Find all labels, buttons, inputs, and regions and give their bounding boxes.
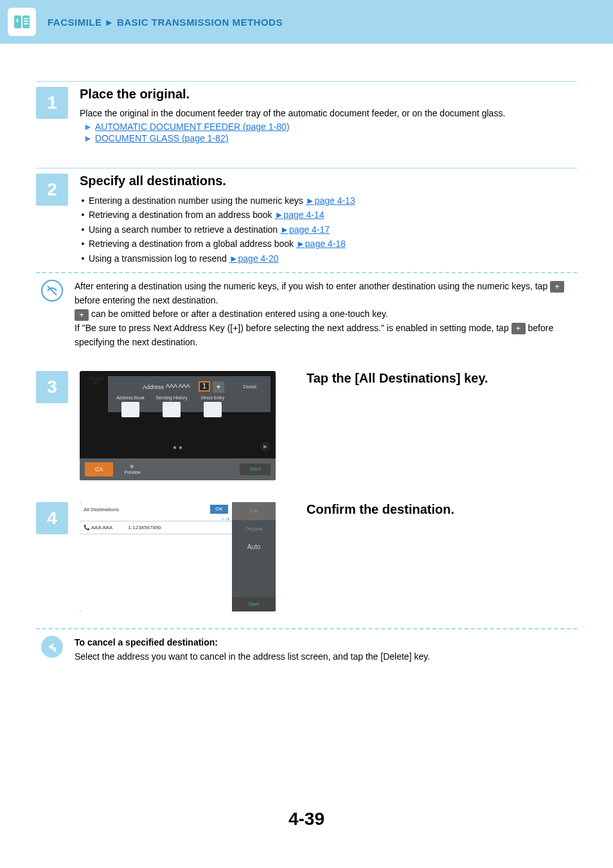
direct-entry-card[interactable]: Direct Entry	[194, 395, 231, 424]
detail-label[interactable]: Detail	[244, 384, 256, 390]
address-book-card[interactable]: Address Book	[112, 395, 149, 424]
divider	[36, 168, 577, 168]
plus-key-icon: +	[550, 281, 564, 293]
breadcrumb-a: FACSIMILE	[48, 17, 102, 28]
page-dots: ● ●	[80, 444, 276, 451]
step-3: 3 OriginalA4 Address AAA AAA 1 + Detail …	[36, 371, 577, 480]
step-2-number: 2	[36, 174, 68, 206]
ca-button[interactable]: CA	[232, 502, 276, 520]
step-1-title: Place the original.	[80, 87, 577, 102]
address-label: Address	[143, 384, 164, 390]
step-4: 4 All Destinations OK 1 ↕A͎ 📞 AAA AAA 1-…	[36, 502, 577, 611]
link-page-4-17[interactable]: ►page 4-17	[280, 224, 330, 235]
back-icon	[41, 636, 63, 658]
arrow-icon: ►	[84, 133, 93, 143]
link-document-glass[interactable]: DOCUMENT GLASS (page 1-82)	[95, 133, 228, 143]
destination-row[interactable]: 📞 AAA AAA 1-1234567890	[80, 521, 232, 534]
note-text: before entering the next destination.	[75, 295, 218, 305]
arrow-icon: ►	[84, 122, 93, 132]
breadcrumb-separator: ►	[102, 17, 117, 28]
step-1-body: Place the original in the document feede…	[80, 107, 577, 120]
dashed-divider	[36, 272, 577, 273]
ca-button[interactable]: CA	[85, 462, 113, 476]
divider	[36, 81, 577, 82]
step-2-item-text: Entering a destination number using the …	[89, 195, 306, 206]
note-block: After entering a destination using the n…	[36, 280, 577, 349]
step-3-screenshot: OriginalA4 Address AAA AAA 1 + Detail Ad…	[80, 371, 276, 480]
page-number: 4-39	[0, 809, 613, 829]
address-value: AAA AAA	[166, 383, 190, 389]
link-page-4-18[interactable]: ►page 4-18	[296, 239, 346, 249]
note-text: After entering a destination using the n…	[75, 281, 550, 291]
plus-button[interactable]: +	[213, 381, 224, 393]
dashed-divider	[36, 628, 577, 629]
step-2-item-text: Using a transmission log to resend	[89, 253, 229, 264]
svg-rect-3	[24, 21, 28, 22]
cancel-note-body: Select the address you want to cancel in…	[75, 650, 577, 664]
link-page-4-20[interactable]: ►page 4-20	[229, 253, 279, 264]
top-bar: FACSIMILE►BASIC TRANSMISSION METHODS	[0, 0, 613, 44]
info-icon	[41, 280, 63, 302]
note-text: can be omitted before or after a destina…	[91, 309, 388, 319]
step-2-item-text: Retrieving a destination from a global a…	[89, 239, 296, 249]
original-indicator: OriginalA4	[85, 376, 107, 385]
step-4-number: 4	[36, 502, 68, 534]
link-page-4-14[interactable]: ►page 4-14	[275, 210, 324, 220]
auto-button: Auto	[232, 538, 276, 556]
breadcrumb: FACSIMILE►BASIC TRANSMISSION METHODS	[48, 17, 283, 28]
step-2: 2 Specify all destinations. •Entering a …	[36, 174, 577, 266]
step-3-title: Tap the [All Destinations] key.	[287, 371, 577, 480]
original-dim-button: Original	[232, 520, 276, 538]
destination-count[interactable]: 1	[199, 381, 210, 392]
step-1-number: 1	[36, 87, 68, 119]
cancel-note: To cancel a specified destination: Selec…	[36, 636, 577, 664]
start-button[interactable]: Start	[240, 464, 271, 475]
link-auto-doc-feeder[interactable]: AUTOMATIC DOCUMENT FEEDER (page 1-80)	[95, 122, 290, 132]
all-destinations-header: All Destinations	[84, 507, 119, 512]
plus-key-icon: +	[75, 309, 89, 321]
note-text: If "Be sure to press Next Address Key ([…	[75, 323, 511, 333]
breadcrumb-b: BASIC TRANSMISSION METHODS	[117, 17, 283, 28]
plus-key-icon: +	[511, 323, 526, 334]
step-4-title: Confirm the destination.	[287, 502, 577, 611]
cancel-note-title: To cancel a specified destination:	[75, 636, 577, 650]
ok-button[interactable]: OK	[210, 505, 228, 514]
step-4-screenshot: All Destinations OK 1 ↕A͎ 📞 AAA AAA 1-12…	[80, 502, 276, 611]
link-page-4-13[interactable]: ►page 4-13	[306, 195, 355, 206]
svg-rect-4	[24, 23, 28, 24]
sort-indicator: 1 ↕A͎	[80, 516, 232, 521]
start-button[interactable]: Start	[232, 597, 276, 611]
step-2-item-text: Retrieving a destination from an address…	[89, 210, 275, 220]
section-icon	[8, 8, 36, 36]
step-3-number: 3	[36, 371, 68, 403]
preview-button[interactable]: 🔍Preview	[118, 465, 147, 475]
step-2-title: Specify all destinations.	[80, 174, 577, 188]
step-1: 1 Place the original. Place the original…	[36, 87, 577, 143]
svg-rect-2	[24, 18, 28, 19]
step-2-item-text: Using a search number to retrieve a dest…	[89, 224, 280, 235]
sending-history-card[interactable]: Sending History	[153, 395, 190, 424]
